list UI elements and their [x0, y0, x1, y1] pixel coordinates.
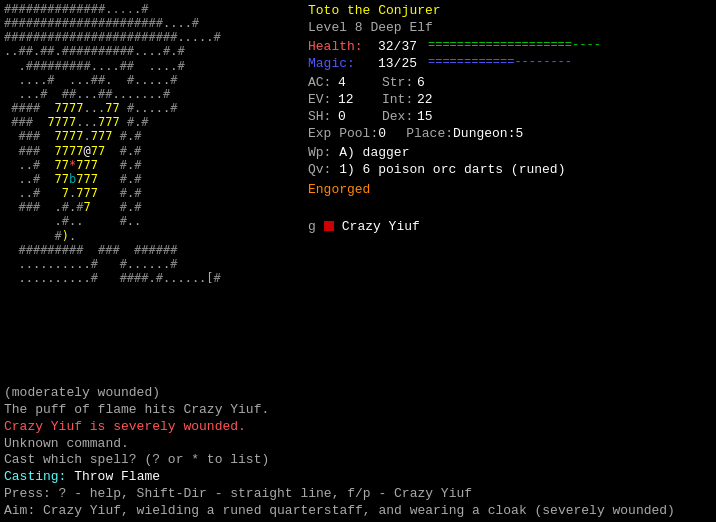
- message-3: Crazy Yiuf is severely wounded.: [4, 419, 712, 436]
- wp-row: Wp: A) dagger: [308, 144, 708, 161]
- ac-value: 4: [338, 74, 378, 91]
- str-value: 6: [417, 74, 425, 91]
- character-name: Toto the Conjurer: [308, 3, 441, 18]
- messages-area: (moderately wounded) The puff of flame h…: [0, 383, 716, 522]
- magic-row: Magic: 13/25 ============--------: [308, 55, 708, 72]
- qv-label: Qv:: [308, 162, 331, 177]
- qv-row: Qv: 1) 6 poison orc darts (runed): [308, 161, 708, 178]
- mp-bar: ============--------: [428, 55, 572, 72]
- place-value: Dungeon:5: [453, 125, 523, 142]
- int-value: 22: [417, 91, 433, 108]
- game-map: ##############.....# ###################…: [0, 0, 300, 383]
- exp-label: Exp Pool:: [308, 125, 378, 142]
- message-5: Cast which spell? (? or * to list): [4, 452, 712, 469]
- message-4: Unknown command.: [4, 436, 712, 453]
- message-6-casting: Casting: Throw Flame: [4, 469, 712, 486]
- exp-place-row: Exp Pool: 0 Place: Dungeon:5: [308, 125, 708, 142]
- hp-bar: ====================----: [428, 38, 601, 55]
- dex-value: 15: [417, 108, 433, 125]
- exp-value: 0: [378, 125, 398, 142]
- sh-label: SH:: [308, 108, 338, 125]
- engorged-status: Engorged: [308, 182, 370, 197]
- ac-label: AC:: [308, 74, 338, 91]
- monster-display: g Crazy Yiuf: [308, 218, 708, 235]
- wp-label: Wp:: [308, 145, 331, 160]
- qv-value: 1) 6 poison orc darts (runed): [339, 162, 565, 177]
- str-label: Str:: [382, 74, 417, 91]
- char-level-line: Level 8 Deep Elf: [308, 19, 708, 36]
- dex-label: Dex:: [382, 108, 417, 125]
- ev-label: EV:: [308, 91, 338, 108]
- health-row: Health: 32/37 ====================----: [308, 38, 708, 55]
- monster-letter: g: [308, 218, 316, 235]
- sh-dex-row: SH: 0 Dex: 15: [308, 108, 708, 125]
- char-name-line: Toto the Conjurer: [308, 2, 708, 19]
- monster-icon: [324, 221, 334, 231]
- wp-value: A) dagger: [339, 145, 409, 160]
- message-7: Press: ? - help, Shift-Dir - straight li…: [4, 486, 712, 503]
- character-level: Level 8 Deep Elf: [308, 20, 433, 35]
- ev-value: 12: [338, 91, 378, 108]
- engorged-row: Engorged: [308, 181, 708, 198]
- place-label: Place:: [406, 125, 453, 142]
- magic-value: 13/25: [378, 55, 428, 72]
- health-value: 32/37: [378, 38, 428, 55]
- message-8: Aim: Crazy Yiuf, wielding a runed quarte…: [4, 503, 712, 520]
- monster-name: Crazy Yiuf: [342, 218, 420, 235]
- magic-label: Magic:: [308, 55, 378, 72]
- main-container: ##############.....# ###################…: [0, 0, 716, 522]
- ev-int-row: EV: 12 Int: 22: [308, 91, 708, 108]
- casting-spell: Throw Flame: [74, 469, 160, 484]
- ac-str-row: AC: 4 Str: 6: [308, 74, 708, 91]
- message-2: The puff of flame hits Crazy Yiuf.: [4, 402, 712, 419]
- health-label: Health:: [308, 38, 378, 55]
- int-label: Int:: [382, 91, 417, 108]
- stats-panel: Toto the Conjurer Level 8 Deep Elf Healt…: [300, 0, 716, 383]
- sh-value: 0: [338, 108, 378, 125]
- message-1: (moderately wounded): [4, 385, 712, 402]
- casting-label: Casting:: [4, 469, 74, 484]
- game-area: ##############.....# ###################…: [0, 0, 716, 383]
